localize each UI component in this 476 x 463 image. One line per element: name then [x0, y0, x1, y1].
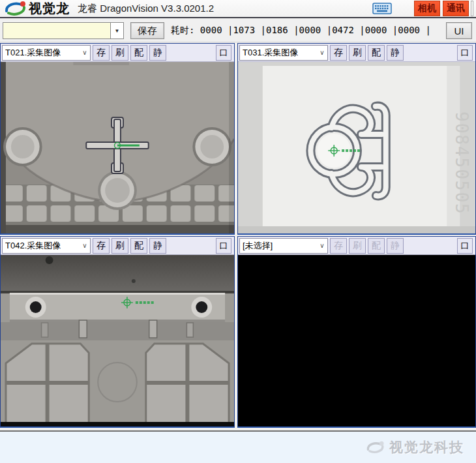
- chevron-down-icon: ∨: [80, 242, 90, 249]
- source-select-label: T031.采集图像: [240, 47, 317, 59]
- chevron-down-icon: ∨: [317, 242, 327, 249]
- keyboard-icon[interactable]: [372, 2, 392, 15]
- popup-window-button[interactable]: 口: [216, 45, 231, 61]
- watermark-logo-icon: [366, 440, 385, 455]
- main-toolbar: ▼ 保存 耗时: 0000 |1073 |0186 |0000 |0472 |0…: [0, 20, 476, 42]
- popup-window-button[interactable]: 口: [457, 238, 473, 254]
- recipe-value[interactable]: [3, 22, 111, 39]
- refresh-button[interactable]: 刷: [112, 238, 128, 254]
- title-bar: 视觉龙 龙睿 DragonVision V3.3.0201.2 相机 通讯: [0, 0, 476, 18]
- config-button-disabled: 配: [368, 238, 385, 254]
- source-select-label: [未选择]: [240, 240, 317, 252]
- config-button[interactable]: 配: [368, 45, 385, 61]
- save-image-button[interactable]: 存: [93, 45, 110, 61]
- popup-window-button[interactable]: 口: [216, 238, 231, 254]
- camera-panel-unselected: [未选择] ∨ 存 刷 配 静 口: [237, 236, 476, 428]
- save-image-button-disabled: 存: [330, 238, 347, 254]
- source-select-unselected[interactable]: [未选择] ∨: [239, 238, 328, 254]
- recipe-dropdown-arrow-icon[interactable]: ▼: [111, 22, 124, 39]
- static-button[interactable]: 静: [149, 45, 166, 61]
- panel-header: T021.采集图像 ∨ 存 刷 配 静 口: [1, 44, 234, 62]
- static-button[interactable]: 静: [149, 238, 166, 254]
- source-select-t042[interactable]: T042.采集图像 ∨: [2, 238, 91, 254]
- status-bar: 视觉龙科技: [0, 430, 476, 463]
- config-button[interactable]: 配: [130, 238, 147, 254]
- titlebar-edge-button[interactable]: [471, 1, 473, 16]
- panel-header: T042.采集图像 ∨ 存 刷 配 静 口: [1, 237, 234, 255]
- camera-image-empty[interactable]: [238, 255, 475, 426]
- dragonvision-logo-icon: [4, 1, 27, 16]
- camera-image-t021[interactable]: [1, 62, 234, 233]
- camera-panel-t031: T031.采集图像 ∨ 存 刷 配 静 口: [237, 43, 476, 235]
- save-button[interactable]: 保存: [130, 22, 164, 39]
- watermark: 视觉龙科技: [366, 438, 464, 456]
- comm-button[interactable]: 通讯: [443, 1, 469, 16]
- recipe-combobox[interactable]: ▼: [3, 22, 124, 39]
- source-select-t021[interactable]: T021.采集图像 ∨: [2, 45, 91, 61]
- ui-button[interactable]: UI: [446, 22, 472, 39]
- refresh-button[interactable]: 刷: [349, 45, 366, 61]
- popup-window-button[interactable]: 口: [457, 45, 473, 61]
- camera-image-t031[interactable]: 908450505: [238, 62, 475, 233]
- camera-button[interactable]: 相机: [414, 1, 440, 16]
- brand-name: 视觉龙: [29, 0, 70, 18]
- source-select-label: T021.采集图像: [3, 47, 80, 59]
- app-title: 龙睿 DragonVision V3.3.0201.2: [78, 3, 214, 15]
- camera-image-t042[interactable]: [1, 255, 234, 426]
- serial-number-overlay: 908450505: [452, 112, 471, 215]
- elapsed-time-readout: 耗时: 0000 |1073 |0186 |0000 |0472 |0000 |…: [171, 25, 431, 37]
- watermark-text: 视觉龙科技: [389, 438, 464, 456]
- camera-panel-t021: T021.采集图像 ∨ 存 刷 配 静 口: [0, 43, 235, 235]
- refresh-button[interactable]: 刷: [112, 45, 128, 61]
- source-select-t031[interactable]: T031.采集图像 ∨: [239, 45, 328, 61]
- panel-header: T031.采集图像 ∨ 存 刷 配 静 口: [238, 44, 475, 62]
- refresh-button-disabled: 刷: [349, 238, 366, 254]
- static-button-disabled: 静: [387, 238, 404, 254]
- chevron-down-icon: ∨: [80, 49, 90, 56]
- camera-panel-t042: T042.采集图像 ∨ 存 刷 配 静 口: [0, 236, 235, 428]
- save-image-button[interactable]: 存: [330, 45, 347, 61]
- config-button[interactable]: 配: [130, 45, 147, 61]
- chevron-down-icon: ∨: [317, 49, 327, 56]
- static-button[interactable]: 静: [387, 45, 404, 61]
- panel-header: [未选择] ∨ 存 刷 配 静 口: [238, 237, 475, 255]
- save-image-button[interactable]: 存: [93, 238, 110, 254]
- source-select-label: T042.采集图像: [3, 240, 80, 252]
